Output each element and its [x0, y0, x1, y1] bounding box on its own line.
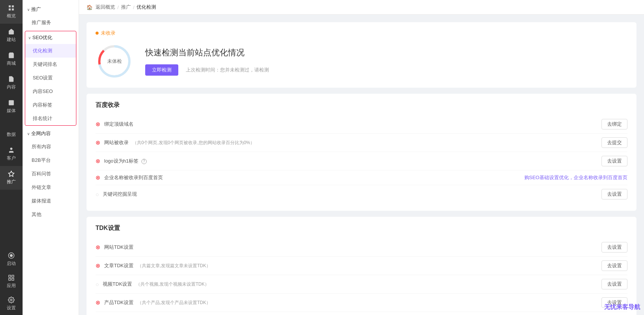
- breadcrumb-sep2: /: [133, 5, 135, 10]
- sidebar-item-shop[interactable]: 商城: [0, 47, 23, 71]
- svg-point-12: [10, 148, 12, 150]
- sidebar-dark: 概览 建站 商城 内容 媒体 数据 客户 推广 启动 应用 设置: [0, 0, 23, 315]
- check-label-article-tdk: 文章TDK设置 （共篇文章,发现篇文章未设置TDK）: [104, 262, 598, 269]
- website-tdk-button[interactable]: 去设置: [601, 242, 627, 253]
- sidebar-item-build[interactable]: 建站: [0, 24, 23, 47]
- uncollected-badge: 未收录: [96, 30, 115, 37]
- sidebar-item-keyword-rank[interactable]: 关键词排名: [25, 58, 76, 71]
- seo-section: ∨ SEO优化 优化检测 关键词排名 SEO设置 内容SEO 内容标签 排名统计: [25, 31, 76, 126]
- arrow-icon: ∨: [27, 8, 30, 12]
- sidebar-item-seo-settings[interactable]: SEO设置: [25, 71, 76, 85]
- detection-actions: 立即检测 上次检测时间：您并未检测过，请检测: [145, 64, 627, 76]
- detection-card: 未收录 未体检: [87, 22, 636, 88]
- sidebar-item-b2b[interactable]: B2B平台: [23, 154, 79, 167]
- bind-domain-button[interactable]: 去绑定: [601, 119, 627, 129]
- svg-point-20: [11, 299, 12, 301]
- ok-icon: ○: [96, 191, 99, 198]
- badge-text: 未收录: [101, 30, 115, 37]
- sidebar-item-data[interactable]: 数据: [0, 119, 23, 142]
- check-label-website-tdk: 网站TDK设置: [104, 244, 598, 251]
- check-row-logo-h1: ⊗ logo设为h1标签 ? 去设置: [96, 152, 627, 170]
- detection-info: 快速检测当前站点优化情况 立即检测 上次检测时间：您并未检测过，请检测: [145, 47, 627, 76]
- sidebar-item-promo-service[interactable]: 推广服务: [23, 16, 79, 29]
- sidebar-secondary: ∨ 推广 推广服务 ∨ SEO优化 优化检测 关键词排名 SEO设置 内容SEO…: [23, 0, 79, 315]
- check-row-article-tdk: ⊗ 文章TDK设置 （共篇文章,发现篇文章未设置TDK） 去设置: [96, 257, 627, 275]
- video-tdk-button[interactable]: 去设置: [601, 279, 627, 289]
- sidebar-item-external[interactable]: 外链文章: [23, 181, 79, 194]
- tdk-section-title: TDK设置: [96, 224, 627, 232]
- sidebar-item-content[interactable]: 内容: [0, 71, 23, 95]
- sidebar-item-content-seo[interactable]: 内容SEO: [25, 85, 76, 98]
- error-icon: ⊗: [96, 262, 100, 269]
- badge-dot: [96, 32, 99, 35]
- sidebar-item-settings[interactable]: 设置: [0, 293, 23, 315]
- all-content-section: ∨ 全网内容 所有内容 B2B平台 百科问答 外链文章 媒体报道 其他: [23, 127, 79, 221]
- breadcrumb-home[interactable]: 返回概览: [96, 4, 115, 11]
- keyword-mining-button[interactable]: 去设置: [601, 189, 627, 199]
- check-label-website-index: 网站被收录 （共0个网页,发现0个网页被收录,您的网站收录百分比为0%）: [104, 139, 598, 146]
- sidebar-item-customer[interactable]: 客户: [0, 142, 23, 166]
- svg-rect-16: [9, 275, 11, 277]
- svg-marker-13: [9, 171, 14, 177]
- error-icon: ⊗: [96, 244, 100, 251]
- arrow-icon: ∨: [28, 36, 31, 40]
- check-label-keyword-mining: 关键词挖掘呈现: [103, 191, 598, 198]
- company-baidu-link[interactable]: 购SEO基础设置优化，企业名称收录到百度首页: [524, 174, 627, 181]
- detection-time: 上次检测时间：您并未检测过，请检测: [186, 67, 269, 73]
- baidu-section-card: 百度收录 ⊗ 绑定顶级域名 去绑定 ⊗ 网站被收录 （共0个网页,发现0个网页被…: [87, 94, 636, 211]
- breadcrumb-sep1: /: [117, 5, 119, 10]
- help-icon[interactable]: ?: [141, 159, 147, 164]
- article-tdk-button[interactable]: 去设置: [601, 260, 627, 271]
- check-row-video-tdk: ○ 视频TDK设置 （共个视频,发现个视频未设置TDK） 去设置: [96, 275, 627, 294]
- breadcrumb-current: 优化检测: [137, 4, 156, 11]
- tdk-section-card: TDK设置 ⊗ 网站TDK设置 去设置 ⊗ 文章TDK设置 （共篇文章,发现篇文…: [87, 217, 636, 315]
- svg-rect-17: [12, 275, 14, 277]
- sidebar-item-all-content[interactable]: 所有内容: [23, 140, 79, 154]
- submit-button[interactable]: 去提交: [601, 137, 627, 148]
- sidebar-item-promo[interactable]: 推广: [0, 166, 23, 190]
- check-label-logo-h1: logo设为h1标签 ?: [104, 158, 598, 164]
- ok-icon: ○: [96, 281, 99, 288]
- svg-rect-1: [12, 5, 14, 7]
- baidu-section-title: 百度收录: [96, 101, 627, 109]
- svg-rect-2: [9, 9, 11, 11]
- svg-rect-18: [9, 278, 11, 280]
- svg-rect-0: [9, 5, 11, 7]
- all-content-header[interactable]: ∨ 全网内容: [23, 127, 79, 140]
- gauge-label: 未体检: [107, 58, 122, 65]
- sidebar-item-apps[interactable]: 应用: [0, 271, 23, 293]
- sidebar-item-launch[interactable]: 启动: [0, 248, 23, 271]
- check-row-keyword-mining: ○ 关键词挖掘呈现 去设置: [96, 185, 627, 203]
- seo-header[interactable]: ∨ SEO优化: [25, 31, 76, 44]
- detect-button[interactable]: 立即检测: [145, 64, 178, 76]
- error-icon: ⊗: [96, 139, 100, 146]
- sidebar-item-media-report[interactable]: 媒体报道: [23, 194, 79, 208]
- home-icon: 🏠: [87, 5, 93, 10]
- svg-rect-19: [12, 278, 14, 280]
- product-tdk-button[interactable]: 去设置: [601, 297, 627, 308]
- sidebar-item-overview[interactable]: 概览: [0, 0, 23, 24]
- main-area: 🏠 返回概览 / 推广 / 优化检测 未收录: [79, 0, 644, 315]
- check-row-media-content: ○ 媒体报道内容 去设置: [96, 312, 627, 315]
- svg-rect-3: [12, 9, 14, 11]
- sidebar-item-media[interactable]: 媒体: [0, 95, 23, 119]
- check-row-bind-domain: ⊗ 绑定顶级域名 去绑定: [96, 115, 627, 134]
- check-row-company-baidu: ⊗ 企业名称被收录到百度首页 购SEO基础设置优化，企业名称收录到百度首页: [96, 170, 627, 185]
- breadcrumb-parent[interactable]: 推广: [121, 4, 131, 11]
- sidebar-item-optimization[interactable]: 优化检测: [25, 44, 76, 58]
- svg-point-8: [10, 101, 11, 102]
- sidebar-item-baike[interactable]: 百科问答: [23, 167, 79, 181]
- check-label-company-baidu: 企业名称被收录到百度首页: [104, 174, 521, 181]
- sidebar-secondary-promo-header[interactable]: ∨ 推广: [23, 3, 79, 16]
- check-row-website-index: ⊗ 网站被收录 （共0个网页,发现0个网页被收录,您的网站收录百分比为0%） 去…: [96, 134, 627, 152]
- gauge-container: 未体检: [96, 43, 133, 80]
- sidebar-item-ranking-stats[interactable]: 排名统计: [25, 112, 76, 125]
- detection-content: 未体检 快速检测当前站点优化情况 立即检测 上次检测时间：您并未检测过，请检测: [96, 43, 627, 80]
- error-icon: ⊗: [96, 158, 100, 164]
- logo-h1-button[interactable]: 去设置: [601, 156, 627, 166]
- breadcrumb: 🏠 返回概览 / 推广 / 优化检测: [79, 0, 644, 15]
- check-row-website-tdk: ⊗ 网站TDK设置 去设置: [96, 238, 627, 257]
- error-icon: ⊗: [96, 121, 100, 128]
- sidebar-item-content-tags[interactable]: 内容标签: [25, 98, 76, 112]
- sidebar-item-other[interactable]: 其他: [23, 208, 79, 221]
